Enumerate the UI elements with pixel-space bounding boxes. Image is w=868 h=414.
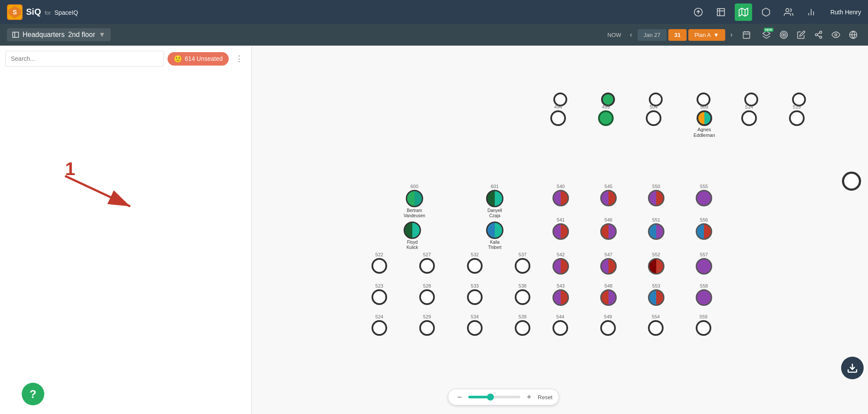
- zoom-reset-button[interactable]: Reset: [538, 394, 552, 401]
- left-panel: 🙂 614 Unseated ⋮ 1: [0, 46, 252, 414]
- seat-553[interactable]: 553: [648, 283, 664, 306]
- second-nav-tools: NEW: [759, 27, 861, 43]
- download-icon: [847, 362, 858, 374]
- seat-558[interactable]: 558: [696, 283, 712, 306]
- seat-528[interactable]: 528: [419, 283, 435, 305]
- svg-rect-5: [717, 8, 725, 16]
- seat-527[interactable]: 527: [419, 252, 435, 274]
- logo-icon: S: [7, 4, 23, 20]
- now-button[interactable]: NOW: [604, 30, 625, 40]
- seat-large-1[interactable]: [842, 172, 861, 191]
- date-jan27[interactable]: Jan 27: [638, 29, 667, 41]
- logo-text: SiQ for SpaceIQ: [26, 7, 78, 17]
- map-icon[interactable]: [735, 3, 752, 21]
- help-icon: ?: [30, 388, 36, 401]
- second-nav: Headquarters 2nd floor ▼ NOW ‹ Jan 27 31…: [0, 24, 868, 46]
- unseated-smile-icon: 🙂: [174, 55, 182, 63]
- seat-534[interactable]: 534: [467, 314, 483, 336]
- svg-text:S: S: [13, 9, 17, 16]
- seat-559[interactable]: 559: [696, 314, 711, 336]
- help-button[interactable]: ?: [22, 383, 44, 405]
- prev-date-button[interactable]: ‹: [626, 29, 635, 40]
- zoom-in-button[interactable]: +: [524, 392, 534, 402]
- unseated-button[interactable]: 🙂 614 Unseated: [168, 52, 229, 66]
- analytics-icon[interactable]: [802, 3, 820, 21]
- search-row: 🙂 614 Unseated ⋮: [5, 51, 246, 66]
- seat-549[interactable]: 549: [600, 314, 616, 336]
- seat-543[interactable]: 543: [552, 283, 569, 306]
- building-icon[interactable]: [712, 3, 730, 21]
- next-date-button[interactable]: ›: [727, 29, 736, 40]
- svg-point-24: [783, 34, 784, 35]
- seat-542[interactable]: 542: [552, 252, 569, 275]
- seat-555[interactable]: 555: [696, 184, 712, 206]
- seat-540[interactable]: 540: [552, 184, 569, 206]
- seat-kaila[interactable]: KailaThibert: [486, 222, 503, 250]
- building-selector[interactable]: Headquarters 2nd floor ▼: [7, 28, 111, 41]
- eye-icon[interactable]: [828, 27, 844, 43]
- floor-map[interactable]: 494 499 504 509 AgnesEddleman 514 519: [252, 46, 868, 414]
- seat-539[interactable]: 539: [515, 314, 530, 336]
- seat-554[interactable]: 554: [648, 314, 664, 336]
- target-icon[interactable]: [776, 27, 792, 43]
- globe-icon[interactable]: [845, 27, 861, 43]
- cloud-upload-icon[interactable]: [690, 3, 707, 21]
- svg-marker-21: [763, 31, 770, 36]
- seat-509[interactable]: 509 AgnesEddleman: [694, 104, 715, 138]
- plan-selector[interactable]: Plan A ▼: [688, 29, 725, 41]
- top-nav: S SiQ for SpaceIQ Ruth Henry: [0, 0, 868, 24]
- seat-494[interactable]: 494: [550, 104, 566, 126]
- seat-532[interactable]: 532: [467, 252, 483, 274]
- seat-551[interactable]: 551: [648, 217, 664, 240]
- seat-522[interactable]: 522: [372, 252, 387, 274]
- seat-541[interactable]: 541: [552, 217, 569, 240]
- seat-544[interactable]: 544: [552, 314, 568, 336]
- menu-button[interactable]: ⋮: [232, 52, 246, 66]
- seat-600[interactable]: 600 BertramVandeusen: [404, 184, 425, 219]
- seat-533[interactable]: 533: [467, 283, 483, 305]
- download-button[interactable]: [841, 357, 864, 379]
- seat-601[interactable]: 601 DanyellCzaja: [486, 184, 503, 219]
- seat-529[interactable]: 529: [419, 314, 435, 336]
- seat-546[interactable]: 546: [600, 217, 617, 240]
- seat-499[interactable]: 499: [598, 104, 614, 126]
- seat-floyd[interactable]: FloydKulick: [404, 222, 421, 250]
- user-name[interactable]: Ruth Henry: [830, 9, 861, 16]
- seat-514[interactable]: 514: [741, 104, 757, 126]
- share-icon[interactable]: [811, 27, 826, 43]
- svg-marker-8: [739, 8, 748, 16]
- seat-550[interactable]: 550: [648, 184, 664, 206]
- date-jan31[interactable]: 31: [668, 29, 687, 41]
- seat-523[interactable]: 523: [372, 283, 387, 305]
- seat-552[interactable]: 552: [648, 252, 664, 275]
- layers-icon[interactable]: NEW: [759, 27, 774, 43]
- zoom-out-button[interactable]: −: [454, 392, 465, 402]
- seat-556[interactable]: 556: [696, 217, 712, 240]
- search-input[interactable]: [5, 51, 164, 66]
- chevron-down-icon: ▼: [99, 31, 105, 39]
- seat-524[interactable]: 524: [372, 314, 387, 336]
- svg-point-27: [820, 36, 822, 38]
- people-icon[interactable]: [780, 3, 797, 21]
- calendar-icon[interactable]: [738, 26, 755, 43]
- svg-point-22: [780, 31, 788, 39]
- svg-point-26: [815, 34, 818, 36]
- seat-504[interactable]: 504: [646, 104, 661, 126]
- svg-rect-17: [743, 32, 750, 38]
- plan-chevron-icon: ▼: [713, 32, 719, 38]
- box-icon[interactable]: [757, 3, 775, 21]
- svg-line-28: [817, 35, 820, 36]
- zoom-slider[interactable]: [468, 396, 520, 398]
- seat-548[interactable]: 548: [600, 283, 617, 306]
- floor-name: 2nd floor: [68, 31, 95, 39]
- edit-icon[interactable]: [793, 27, 809, 43]
- seat-538[interactable]: 538: [515, 283, 530, 305]
- seat-557[interactable]: 557: [696, 252, 712, 275]
- svg-point-23: [782, 33, 786, 37]
- logo[interactable]: S SiQ for SpaceIQ: [7, 4, 78, 20]
- seat-545[interactable]: 545: [600, 184, 617, 206]
- seat-519[interactable]: 519: [789, 104, 805, 126]
- seat-547[interactable]: 547: [600, 252, 617, 275]
- seat-537[interactable]: 537: [515, 252, 530, 274]
- svg-point-11: [786, 8, 789, 11]
